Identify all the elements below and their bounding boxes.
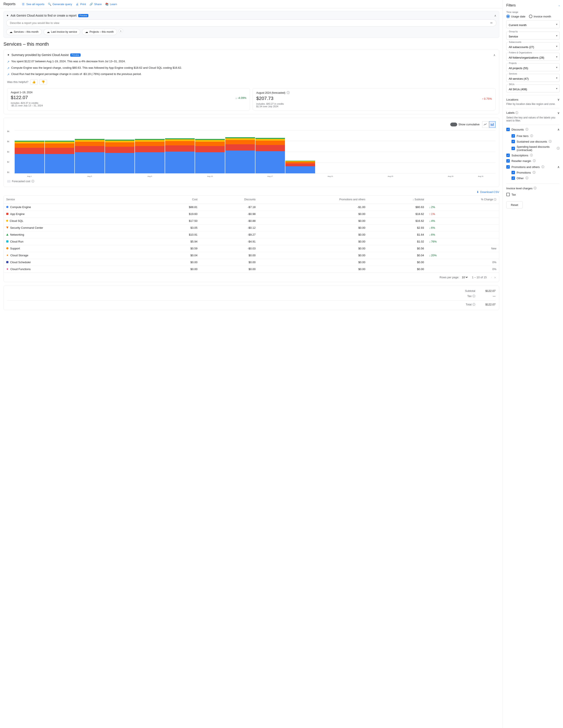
tax-item[interactable]: Tax (506, 192, 560, 197)
prev-page-button[interactable]: ‹ (490, 275, 493, 280)
quick-report-last-invoice[interactable]: ☁ Last invoice by service (44, 29, 80, 35)
svg-rect-1 (492, 124, 493, 126)
show-cumulative-toggle[interactable]: Show cumulative (450, 123, 480, 126)
gemini-collapse-icon[interactable]: ∧ (494, 14, 496, 17)
gemini-star-icon: ✦ (6, 14, 9, 17)
col-subtotal[interactable]: ↓ Subtotal (368, 196, 427, 204)
subscriptions-info-icon[interactable]: ⓘ (530, 153, 533, 157)
sidebar-collapse-button[interactable]: › (559, 4, 560, 7)
labels-header[interactable]: Labels ⓘ ∨ (506, 111, 560, 115)
reseller-margin-info-icon[interactable]: ⓘ (533, 159, 536, 163)
projects-select[interactable]: All projects (55) (506, 63, 560, 71)
invoice-month-label: Invoice month (534, 15, 551, 18)
promotions-collapse-icon[interactable]: ∧ (557, 165, 560, 169)
locations-header[interactable]: Locations ∨ (506, 98, 560, 101)
spending-based-item[interactable]: ✓ Spending based discounts (contractual)… (506, 144, 560, 152)
next-page-button[interactable]: › (494, 275, 496, 280)
subaccounts-select[interactable]: All subaccounts (27) (506, 42, 560, 50)
tax-info-icon[interactable]: ⓘ (473, 294, 475, 298)
invoice-month-radio[interactable]: Invoice month (529, 15, 551, 18)
sidebar-title-row: Filters › (506, 3, 560, 7)
subscriptions-item[interactable]: ✓ Subscriptions ⓘ (506, 152, 560, 158)
usage-date-radio[interactable]: Usage date (506, 15, 526, 18)
page-title: Services – this month (3, 41, 499, 47)
download-icon: ⬇ (477, 190, 479, 194)
promotions-item[interactable]: ✓ Promotions ⓘ (506, 170, 560, 175)
bar-segment-red-6 (195, 146, 225, 152)
credits-collapse-icon[interactable]: ∧ (557, 128, 560, 131)
services-select[interactable]: All services (47) (506, 74, 560, 82)
forecasted-info-icon[interactable]: ⓘ (287, 91, 290, 95)
tax-checkbox[interactable] (506, 193, 510, 196)
pct-change-info-icon[interactable]: ⓘ (494, 198, 496, 201)
forecasted-legend-info-icon[interactable]: ⓘ (31, 179, 34, 183)
gemini-section: ✦ Ask Gemini Cloud Assist to find or cre… (3, 11, 499, 38)
show-cumulative-label: Show cumulative (459, 123, 480, 126)
free-tiers-checkbox[interactable]: ✓ (512, 134, 515, 138)
promotions-others-info-icon[interactable]: ⓘ (541, 165, 544, 169)
current-period-select[interactable]: Current month Last month Custom range (506, 20, 560, 28)
thumbs-down-button[interactable]: 👎 (39, 79, 47, 85)
group-by-select[interactable]: Service Project SKU (506, 32, 560, 40)
bar-stack-7 (225, 137, 255, 173)
sustained-use-item[interactable]: ✓ Sustained use discounts ⓘ (506, 139, 560, 144)
bar-segment-red-3 (105, 147, 135, 153)
rows-per-page: Rows per page: 10 25 50 (440, 275, 468, 279)
cell-change-0: ↓2% (427, 204, 499, 210)
total-info-icon[interactable]: ⓘ (473, 303, 475, 306)
gemini-search-input[interactable] (10, 21, 490, 25)
invoice-charges-section: Invoice level charges ⓘ Tax (506, 184, 560, 200)
sustained-use-info-icon[interactable]: ⓘ (549, 140, 552, 143)
other-checkbox[interactable]: ✓ (512, 176, 515, 180)
labels-info-icon[interactable]: ⓘ (515, 111, 518, 114)
cell-subtotal-2: $16.62 (368, 217, 427, 224)
summary-collapse-icon[interactable]: ∧ (493, 53, 496, 57)
service-cell-6: Support (6, 247, 149, 250)
quick-reports-next-arrow[interactable]: › (119, 29, 123, 33)
other-item[interactable]: ✓ Other ⓘ (506, 175, 560, 181)
table-section: Service Cost Discounts Promotions and ot… (3, 195, 499, 282)
sustained-use-checkbox[interactable]: ✓ (512, 140, 515, 143)
spending-based-info-icon[interactable]: ⓘ (557, 146, 560, 150)
chart-type-buttons (482, 121, 496, 128)
subscriptions-checkbox[interactable]: ✓ (506, 154, 510, 157)
cell-discounts-2: -$0.88 (200, 217, 258, 224)
reseller-margin-item[interactable]: ✓ Reseller margin ⓘ (506, 158, 560, 164)
folders-select[interactable]: All folders/organizations (28) (506, 53, 560, 61)
free-tiers-info-icon[interactable]: ⓘ (530, 134, 533, 138)
feedback-row: Was this helpful? 👍 👎 (7, 79, 496, 85)
cell-promotions-9: $0.00 (258, 266, 368, 272)
other-info-icon[interactable]: ⓘ (526, 176, 528, 180)
rows-per-page-select[interactable]: 10 25 50 (461, 275, 468, 279)
sustained-use-label: Sustained use discounts (517, 140, 547, 143)
skus-select[interactable]: All SKUs (408) (506, 84, 560, 92)
promotions-checkbox[interactable]: ✓ (512, 171, 515, 174)
service-cell-1: App Engine (6, 212, 149, 216)
reset-button[interactable]: Reset (506, 201, 523, 208)
discounts-info-icon[interactable]: ⓘ (526, 128, 528, 131)
promotions-others-checkbox[interactable]: ✓ (506, 165, 510, 169)
svg-rect-2 (493, 123, 494, 126)
reseller-margin-checkbox[interactable]: ✓ (506, 159, 510, 163)
see-all-reports-link[interactable]: ☰ See all reports (22, 2, 44, 6)
cell-discounts-5: -$4.91 (200, 238, 258, 245)
cloud-icon-1: ☁ (9, 30, 12, 34)
download-csv-link[interactable]: ⬇ Download CSV (477, 190, 499, 194)
quick-report-services[interactable]: ☁ Services – this month (6, 29, 42, 35)
print-link[interactable]: 🖨 Print (75, 2, 86, 6)
spending-based-checkbox[interactable]: ✓ (512, 147, 515, 150)
free-tiers-item[interactable]: ✓ Free tiers ⓘ (506, 133, 560, 139)
line-chart-button[interactable] (482, 121, 489, 128)
bar-segment-yellow-7 (225, 138, 255, 140)
quick-report-projects[interactable]: ☁ Projects – this month (82, 29, 117, 35)
share-link[interactable]: 🔗 Share (89, 2, 102, 6)
thumbs-up-button[interactable]: 👍 (30, 79, 38, 85)
cumulative-toggle-switch[interactable] (450, 123, 457, 126)
invoice-charges-info-icon[interactable]: ⓘ (534, 186, 537, 190)
promotions-info-icon[interactable]: ⓘ (533, 171, 535, 174)
learn-link[interactable]: 📚 Learn (105, 2, 117, 6)
discounts-checkbox[interactable]: ✓ (506, 128, 510, 131)
stat-forecasted: August 2024 (forecasted) ⓘ $207.73 ↑ 0.7… (252, 88, 496, 110)
generate-query-link[interactable]: 🔍 Generate query (48, 2, 72, 6)
bar-chart-button[interactable] (489, 121, 496, 128)
